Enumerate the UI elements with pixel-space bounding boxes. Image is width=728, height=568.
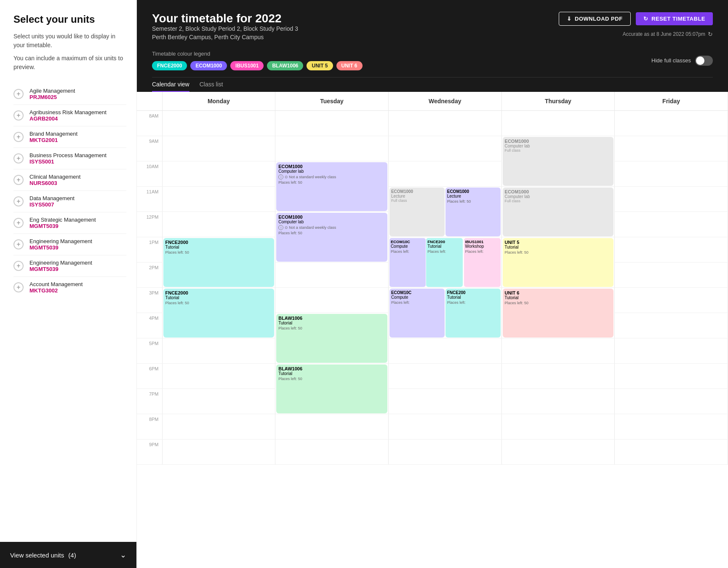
refresh-icon[interactable]: ↻ — [708, 31, 713, 38]
unit-name: Eng Strategic Management — [29, 217, 96, 223]
class-event[interactable]: ECOM1000Computer labi ⊙ Not a standard w… — [276, 213, 387, 262]
unit-code[interactable]: MGMT5039 — [29, 266, 92, 272]
calendar-cell — [501, 439, 615, 465]
calendar-area[interactable]: Monday Tuesday Wednesday Thursday Friday… — [137, 92, 728, 568]
class-event[interactable]: ECOM10CComputePlaces left: — [389, 289, 445, 338]
class-event[interactable]: ECOM1000Computer labFull class — [503, 188, 614, 236]
time-label: 10AM — [137, 161, 162, 187]
unit-list: + Agile Management PRJM6025 + Agribusine… — [13, 83, 126, 298]
unit-name: Agile Management — [29, 88, 75, 94]
class-event[interactable]: ECOM1000LecturePlaces left: 50 — [445, 188, 501, 236]
time-label: 5PM — [137, 338, 162, 364]
add-unit-button[interactable]: + — [13, 110, 24, 121]
class-event[interactable]: ECOM1000Computer labFull class — [503, 137, 614, 186]
calendar-cell: ECOM1000Computer labi ⊙ Not a standard w… — [275, 212, 389, 263]
view-selected-button[interactable]: View selected units (4) ⌄ — [0, 542, 136, 568]
add-unit-button[interactable]: + — [13, 196, 24, 206]
add-unit-button[interactable]: + — [13, 175, 24, 185]
timetable-semester: Semester 2, Block Study Period 2, Block … — [152, 25, 298, 32]
class-event[interactable]: FNCE2000TutorialPlaces left: 50 — [163, 289, 275, 338]
add-unit-button[interactable]: + — [13, 132, 24, 142]
calendar-cell — [615, 187, 728, 212]
time-label: 9PM — [137, 439, 162, 465]
calendar-table: Monday Tuesday Wednesday Thursday Friday… — [137, 92, 728, 465]
unit-name: Data Management — [29, 195, 75, 201]
class-event[interactable]: FNCE200TutorialPlaces left: — [426, 238, 462, 287]
unit-name: Clinical Management — [29, 174, 80, 180]
time-label: 3PM — [137, 288, 162, 313]
view-tab[interactable]: Class list — [200, 78, 223, 92]
calendar-cell — [501, 414, 615, 439]
calendar-cell — [162, 187, 275, 212]
unit-code[interactable]: ISYS5001 — [29, 158, 107, 165]
unit-name: Account Management — [29, 281, 83, 287]
unit-list-item: + Data Management ISYS5007 — [13, 191, 126, 212]
legend-chip: FNCE2000 — [152, 61, 187, 70]
add-unit-button[interactable]: + — [13, 261, 24, 271]
sidebar-content: Select your units Select units you would… — [0, 0, 136, 542]
unit-info: Agribusiness Risk Management AGRB2004 — [29, 109, 107, 122]
class-event[interactable]: IBUS1001WorkshopPlaces left: — [464, 238, 501, 287]
calendar-cell — [501, 111, 615, 136]
time-label: 4PM — [137, 313, 162, 338]
class-event[interactable]: BLAW1006TutorialPlaces left: 50 — [276, 314, 387, 363]
class-event[interactable]: ECOM10CComputePlaces left: — [389, 238, 426, 287]
unit-info: Engineering Management MGMT5039 — [29, 260, 92, 272]
calendar-cell — [388, 439, 501, 465]
class-event[interactable]: FNCE2000TutorialPlaces left: 50 — [163, 238, 275, 287]
add-unit-button[interactable]: + — [13, 239, 24, 249]
add-unit-button[interactable]: + — [13, 218, 24, 228]
calendar-cell: ECOM1000Computer labi ⊙ Not a standard w… — [275, 161, 389, 212]
calendar-cell: ECOM10CComputePlaces left:FNCE200Tutoria… — [388, 288, 501, 338]
calendar-cell — [162, 161, 275, 187]
time-row: 5PM — [137, 338, 728, 364]
reset-timetable-button[interactable]: ↻ RESET TIMETABLE — [636, 12, 713, 25]
view-tab[interactable]: Calendar view — [152, 78, 189, 92]
unit-name: Brand Management — [29, 131, 77, 137]
add-unit-button[interactable]: + — [13, 89, 24, 99]
hide-full-toggle[interactable] — [695, 56, 713, 66]
calendar-cell — [275, 439, 389, 465]
timetable-header: Your timetable for 2022 Semester 2, Bloc… — [137, 0, 728, 92]
time-label: 12PM — [137, 212, 162, 237]
calendar-cell — [615, 364, 728, 389]
calendar-cell: ECOM1000Computer labFull class — [501, 187, 615, 237]
download-pdf-button[interactable]: ⇓ DOWNLOAD PDF — [559, 12, 631, 26]
accurate-text: Accurate as at 8 June 2022 05:07pm — [623, 31, 705, 37]
unit-list-item: + Engineering Management MGMT5039 — [13, 255, 126, 277]
calendar-cell — [388, 414, 501, 439]
class-event[interactable]: ECOM1000LectureFull class — [389, 188, 445, 236]
reset-icon: ↻ — [643, 16, 648, 22]
unit-code[interactable]: NURS6003 — [29, 180, 80, 186]
unit-code[interactable]: MGMT5039 — [29, 223, 96, 229]
calendar-cell — [615, 389, 728, 414]
calendar-cell — [615, 313, 728, 338]
calendar-cell — [162, 414, 275, 439]
time-label: 2PM — [137, 263, 162, 288]
class-event[interactable]: BLAW1006TutorialPlaces left: 50 — [276, 364, 387, 413]
time-row: 8AM — [137, 111, 728, 136]
time-label: 8PM — [137, 414, 162, 439]
unit-info: Agile Management PRJM6025 — [29, 88, 75, 100]
unit-code[interactable]: ISYS5007 — [29, 201, 75, 208]
unit-code[interactable]: MKTG3002 — [29, 287, 83, 294]
chevron-down-icon: ⌄ — [120, 550, 126, 560]
unit-code[interactable]: PRJM6025 — [29, 94, 75, 100]
unit-list-item: + Brand Management MKTG2001 — [13, 126, 126, 148]
calendar-cell — [615, 414, 728, 439]
add-unit-button[interactable]: + — [13, 282, 24, 292]
add-unit-button[interactable]: + — [13, 153, 24, 163]
legend-chip: UNIT 6 — [336, 61, 363, 70]
unit-code[interactable]: AGRB2004 — [29, 115, 107, 122]
day-header-monday: Monday — [162, 92, 275, 111]
time-row: 7PM — [137, 389, 728, 414]
unit-code[interactable]: MKTG2001 — [29, 137, 77, 143]
legend-label: Timetable colour legend — [152, 51, 363, 57]
calendar-cell — [615, 136, 728, 161]
unit-list-item: + Clinical Management NURS6003 — [13, 169, 126, 191]
class-event[interactable]: FNCE200TutorialPlaces left: — [445, 289, 501, 338]
class-event[interactable]: UNIT 5TutorialPlaces left: 50 — [503, 238, 614, 287]
unit-code[interactable]: MGMT5039 — [29, 244, 92, 251]
class-event[interactable]: ECOM1000Computer labi ⊙ Not a standard w… — [276, 162, 387, 211]
class-event[interactable]: UNIT 6TutorialPlaces left: 50 — [503, 289, 614, 338]
